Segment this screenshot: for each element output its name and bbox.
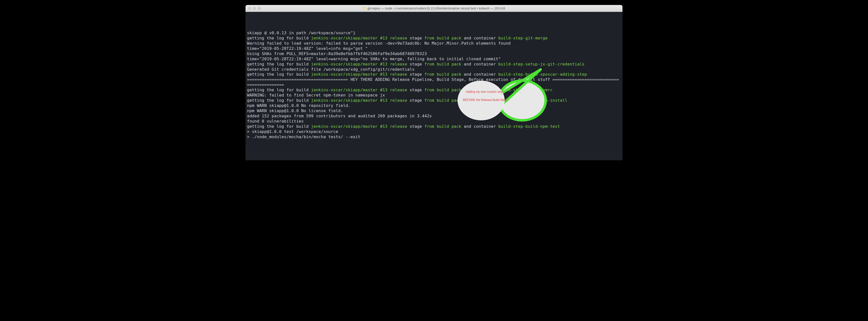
highlighted-text: jenkins-oscar/skiapp/master #13 release [311, 98, 407, 103]
plain-text: and container [461, 88, 498, 92]
highlighted-text: from build pack [424, 36, 461, 40]
plain-text: getting the log for build [247, 62, 311, 66]
terminal-line: time="2019-05-28T22:19:48Z" level=warnin… [247, 57, 621, 62]
highlighted-text: jenkins-oscar/skiapp/master #13 release [311, 124, 407, 129]
terminal-line: > ./node_modules/mocha/bin/mocha tests/ … [247, 135, 621, 140]
window-title-text: git-repos — node ~/.nvm/versions/node/v1… [368, 6, 505, 10]
highlighted-text: from build pack [424, 124, 461, 129]
terminal-line: getting the log for build jenkins-oscar/… [247, 62, 621, 67]
terminal-line: Generated Git credentials file /workspac… [247, 67, 621, 72]
window-titlebar[interactable]: 📁 git-repos — node ~/.nvm/versions/node/… [246, 5, 622, 12]
terminal-line: Warning failed to load version: failed t… [247, 41, 621, 46]
plain-text: WARNING: failed to find Secret npm-token… [247, 93, 385, 97]
highlighted-text: jenkins-oscar/skiapp/master #13 release [311, 62, 407, 66]
plain-text: added 152 packages from 599 contributors… [247, 114, 432, 118]
terminal-line: ========================================… [247, 77, 621, 88]
plain-text: getting the log for build [247, 88, 311, 92]
plain-text: and container [461, 72, 498, 77]
highlighted-text: from build pack [424, 98, 461, 103]
terminal-line: WARNING: failed to find Secret npm-token… [247, 93, 621, 98]
highlighted-text: build-step-build-sposcar-adding-step [498, 72, 587, 77]
highlighted-text: build-step-build-npm-test [498, 124, 560, 129]
plain-text: skiapp @ v0.0.13 in path /workspace/sour… [247, 30, 355, 35]
plain-text: getting the log for build [247, 72, 311, 77]
plain-text: getting the log for build [247, 124, 311, 129]
highlighted-text: build-step-setup-jx-git-credentials [498, 62, 585, 66]
highlighted-text: build-step-build-npm-install [498, 98, 567, 103]
plain-text: npm WARN skiapp@1.0.0 No license field. [247, 109, 343, 113]
plain-text: and container [461, 62, 498, 66]
close-window-button[interactable] [248, 7, 251, 10]
highlighted-text: from build pack [424, 62, 461, 66]
terminal-line: getting the log for build jenkins-oscar/… [247, 98, 621, 103]
plain-text: and container [461, 36, 498, 40]
highlighted-text: build-step-build-npmrc [498, 88, 553, 92]
plain-text: time="2019-05-28T22:19:48Z" level=info m… [247, 46, 368, 51]
terminal-line: npm WARN skiapp@1.0.0 No repository fiel… [247, 103, 621, 109]
highlighted-text: from build pack [424, 72, 461, 77]
terminal-line: getting the log for build jenkins-oscar/… [247, 88, 621, 93]
plain-text: getting the log for build [247, 36, 311, 40]
plain-text: time="2019-05-28T22:19:48Z" level=warnin… [247, 57, 501, 61]
plain-text: stage [407, 98, 425, 103]
terminal-line: found 0 vulnerabilities [247, 119, 621, 124]
highlighted-text: jenkins-oscar/skiapp/master #13 release [311, 36, 407, 40]
window-title: 📁 git-repos — node ~/.nvm/versions/node/… [246, 6, 622, 10]
terminal-line: added 152 packages from 599 contributors… [247, 114, 621, 119]
plain-text: and container [461, 124, 498, 129]
plain-text: found 0 vulnerabilities [247, 119, 304, 123]
plain-text: Generated Git credentials file /workspac… [247, 67, 415, 72]
plain-text: npm WARN skiapp@1.0.0 No repository fiel… [247, 103, 350, 108]
terminal-line: skiapp @ v0.0.13 in path /workspace/sour… [247, 30, 621, 36]
terminal-line: getting the log for build jenkins-oscar/… [247, 124, 621, 129]
folder-icon: 📁 [363, 7, 367, 10]
plain-text: and container [461, 98, 498, 103]
plain-text: Warning failed to load version: failed t… [247, 41, 510, 46]
minimize-window-button[interactable] [253, 7, 256, 10]
highlighted-text: build-step-git-merge [498, 36, 548, 40]
terminal-line: getting the log for build jenkins-oscar/… [247, 72, 621, 77]
plain-text: getting the log for build [247, 98, 311, 103]
plain-text: stage [407, 72, 425, 77]
terminal-window: 📁 git-repos — node ~/.nvm/versions/node/… [246, 5, 622, 160]
highlighted-text: jenkins-oscar/skiapp/master #13 release [311, 88, 407, 92]
plain-text: > ./node_modules/mocha/bin/mocha tests/ … [247, 135, 360, 139]
plain-text: stage [407, 62, 425, 66]
plain-text: stage [407, 36, 425, 40]
highlighted-text: jenkins-oscar/skiapp/master #13 release [311, 72, 407, 77]
plain-text: stage [407, 124, 425, 129]
terminal-line: npm WARN skiapp@1.0.0 No license field. [247, 109, 621, 114]
terminal-output[interactable]: skiapp @ v0.0.13 in path /workspace/sour… [246, 12, 622, 160]
plain-text: Using SHAs from PULL_REFS=master:8a39e8e… [247, 51, 427, 56]
traffic-lights [248, 7, 261, 10]
zoom-window-button[interactable] [258, 7, 261, 10]
plain-text: ========================================… [247, 77, 619, 87]
terminal-line: time="2019-05-28T22:19:48Z" level=info m… [247, 46, 621, 51]
terminal-line: Using SHAs from PULL_REFS=master:8a39e8e… [247, 51, 621, 57]
plain-text: stage [407, 88, 425, 92]
highlighted-text: from build pack [424, 88, 461, 92]
plain-text: > skiapp@1.0.0 test /workspace/source [247, 129, 338, 134]
terminal-line: getting the log for build jenkins-oscar/… [247, 36, 621, 41]
terminal-line: > skiapp@1.0.0 test /workspace/source [247, 129, 621, 135]
